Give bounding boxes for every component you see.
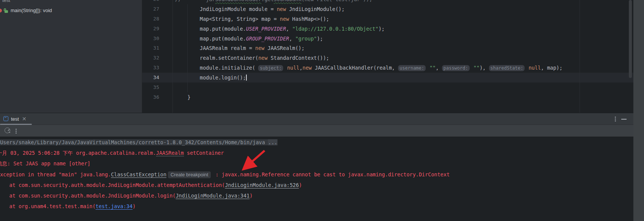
- text-segment: ): [249, 193, 252, 199]
- text-segment: "": [429, 65, 436, 71]
- run-tab-test[interactable]: test ✕: [0, 113, 32, 125]
- text-segment: new: [258, 55, 267, 61]
- text-segment: at org.unam4.test.test.main(: [0, 203, 96, 209]
- text-segment: );: [378, 26, 384, 32]
- text-segment: null: [528, 65, 541, 71]
- console-line: /Users/snake/Library/Java/JavaVirtualMac…: [0, 137, 633, 148]
- parameter-hint: sharedState:: [489, 65, 525, 71]
- console-icon: [3, 116, 8, 121]
- editor-scrollbar[interactable]: [629, 0, 632, 78]
- text-segment: JndiLoginModule module =: [175, 6, 277, 12]
- ide-window: test main(String[]): void 26// jarSoundb…: [0, 0, 644, 221]
- code-line-33[interactable]: 33 module.initialize( subject: null,new …: [142, 63, 633, 73]
- line-number[interactable]: 27: [151, 4, 159, 14]
- line-number[interactable]: 29: [151, 24, 159, 34]
- stacktrace-link[interactable]: test.java:34: [96, 203, 133, 209]
- text-segment: ): [133, 203, 136, 209]
- text-segment: at com.sun.security.auth.module.JndiLogi…: [0, 182, 225, 188]
- code-line-29[interactable]: 29 map.put(module.USER_PROVIDER, "ldap:/…: [142, 24, 633, 34]
- line-number[interactable]: 34: [151, 73, 159, 82]
- structure-panel: test main(String[]): void: [0, 0, 142, 113]
- text-segment: "group": [295, 36, 317, 42]
- console-output[interactable]: /Users/snake/Library/Java/JavaVirtualMac…: [0, 137, 633, 221]
- text-segment: // jar: [175, 0, 215, 2]
- text-segment: [426, 65, 429, 71]
- text-segment: new: [277, 6, 286, 12]
- text-segment: null: [287, 65, 299, 71]
- parameter-hint: subject:: [258, 65, 283, 71]
- text-segment: JAASRealm: [156, 150, 184, 156]
- text-segment: ...: [268, 139, 277, 145]
- text-segment: );: [317, 36, 323, 42]
- breakpoint-dot-icon: [0, 9, 2, 12]
- text-segment: Exception in thread "main" java.lang.: [0, 171, 111, 177]
- profiler-gauge-icon[interactable]: [5, 128, 10, 133]
- line-number[interactable]: 30: [151, 34, 159, 44]
- line-number[interactable]: 28: [151, 14, 159, 24]
- text-segment: ): [299, 182, 302, 188]
- text-segment: SoundbankReader: [215, 0, 262, 2]
- text-segment: ),: [479, 65, 489, 71]
- code-line-27[interactable]: 27 JndiLoginModule module = new JndiLogi…: [142, 4, 633, 14]
- stacktrace-link[interactable]: JndiLoginModule.java:526: [225, 182, 299, 188]
- code-line-35[interactable]: 35: [142, 82, 633, 92]
- code-line-31[interactable]: 31 JAASRealm realm = new JAASRealm();: [142, 43, 633, 53]
- code-line-34[interactable]: 34 module.login();: [142, 73, 633, 82]
- header-more-kebab-icon[interactable]: [615, 117, 616, 121]
- code-line-26[interactable]: 26// jarSoundbankReader.getSoundbank(new…: [142, 0, 633, 4]
- text-segment: ,: [299, 65, 302, 71]
- code-line-36[interactable]: 36 }: [142, 92, 633, 102]
- stacktrace-link[interactable]: ClassCastException: [111, 171, 166, 177]
- code-line-30[interactable]: 30 map.put(module.GROUP_PROVIDER, "group…: [142, 34, 633, 44]
- text-segment: new: [255, 45, 264, 51]
- text-segment: [470, 65, 473, 71]
- method-icon: [4, 8, 8, 13]
- create-breakpoint-inlay[interactable]: Create breakpoint: [168, 171, 211, 178]
- console-line: at com.sun.security.auth.module.JndiLogi…: [0, 180, 633, 190]
- text-segment: at com.sun.security.auth.module.JndiLogi…: [0, 193, 175, 199]
- code-editor[interactable]: 26// jarSoundbankReader.getSoundbank(new…: [142, 0, 633, 113]
- line-number[interactable]: 31: [151, 43, 159, 53]
- line-number[interactable]: 36: [151, 92, 159, 102]
- text-segment: JAASCallbackHandler(realm,: [312, 65, 398, 71]
- line-number[interactable]: 35: [151, 82, 159, 92]
- text-segment: "": [473, 65, 479, 71]
- line-number[interactable]: 32: [151, 53, 159, 63]
- text-segment: setContainer: [184, 150, 224, 156]
- text-segment: 一月 03, 2025 5:06:28 下午 org.apache.catali…: [0, 150, 156, 156]
- structure-item-main[interactable]: main(String[]): void: [0, 6, 142, 15]
- run-toolwindow-header: test ✕: [0, 113, 633, 125]
- text-segment: new: [302, 65, 312, 71]
- stacktrace-link[interactable]: JndiLoginModule.java:341: [175, 193, 249, 199]
- console-line: at com.sun.security.auth.module.JndiLogi…: [0, 190, 633, 201]
- text-segment: HashMap<>();: [289, 16, 329, 22]
- line-number[interactable]: 26: [151, 0, 159, 4]
- text-segment: 信息: Set JAAS app name [other]: [0, 160, 90, 167]
- text-segment: /Users/snake/Library/Java/JavaVirtualMac…: [0, 139, 268, 145]
- code-line-28[interactable]: 28 Map<String, String> map = new HashMap…: [142, 14, 633, 24]
- text-segment: "ldap://127.0.0.1:80/Object": [292, 26, 379, 32]
- structure-root-node[interactable]: test: [2, 0, 10, 3]
- code-line-32[interactable]: 32 realm.setContainer(new StandardContex…: [142, 53, 633, 63]
- parameter-hint: password:: [442, 65, 470, 71]
- text-segment: ,: [286, 26, 292, 32]
- text-segment: GROUP_PROVIDER: [246, 36, 289, 42]
- text-segment: Map<String, String> map =: [175, 16, 280, 22]
- text-segment: map.put(module.: [175, 36, 246, 42]
- text-segment: ,: [436, 65, 442, 71]
- run-toolbar: [0, 125, 633, 137]
- text-segment: .get: [262, 0, 274, 2]
- text-segment: JAASRealm();: [265, 45, 305, 51]
- text-segment: map.put(module.: [175, 26, 246, 32]
- text-segment: JndiLoginModule();: [286, 6, 345, 12]
- line-number[interactable]: 33: [151, 63, 159, 73]
- text-segment: module.initialize(: [175, 65, 258, 71]
- text-segment: ,: [289, 36, 295, 42]
- text-segment: new: [280, 16, 289, 22]
- minimize-icon[interactable]: [621, 119, 627, 120]
- close-tab-icon[interactable]: ✕: [22, 116, 27, 122]
- text-segment: JAASRealm realm =: [175, 45, 255, 51]
- text-segment: USER_PROVIDER: [246, 26, 286, 32]
- toolbar-more-kebab-icon[interactable]: [16, 129, 17, 134]
- text-segment: }: [175, 94, 191, 100]
